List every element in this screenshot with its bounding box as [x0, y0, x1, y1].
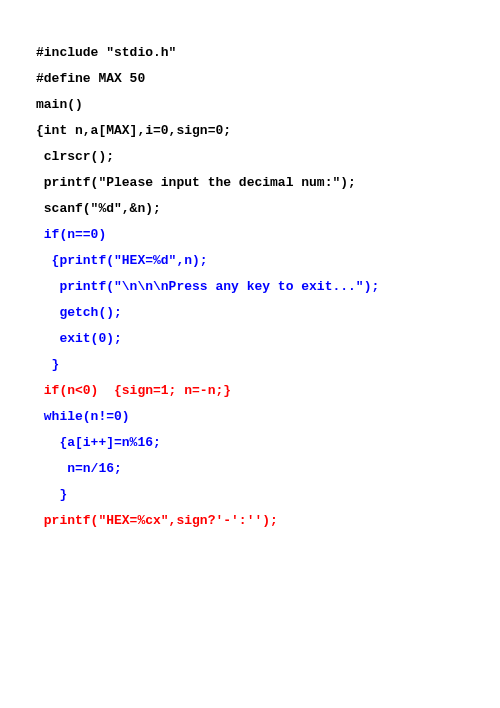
code-line: #define MAX 50: [36, 66, 470, 92]
code-line: #include "stdio.h": [36, 40, 470, 66]
code-line: n=n/16;: [36, 456, 470, 482]
code-line: printf("Please input the decimal num:");: [36, 170, 470, 196]
code-line: {printf("HEX=%d",n);: [36, 248, 470, 274]
code-line: while(n!=0): [36, 404, 470, 430]
code-line: exit(0);: [36, 326, 470, 352]
code-line: {int n,a[MAX],i=0,sign=0;: [36, 118, 470, 144]
code-line: clrscr();: [36, 144, 470, 170]
code-line: getch();: [36, 300, 470, 326]
code-line: {a[i++]=n%16;: [36, 430, 470, 456]
code-line: printf("\n\n\nPress any key to exit...")…: [36, 274, 470, 300]
code-line: if(n==0): [36, 222, 470, 248]
code-line: main(): [36, 92, 470, 118]
code-line: }: [36, 482, 470, 508]
code-page: #include "stdio.h" #define MAX 50 main()…: [0, 0, 500, 564]
code-line: printf("HEX=%cx",sign?'-':'');: [36, 508, 470, 534]
code-line: scanf("%d",&n);: [36, 196, 470, 222]
code-line: }: [36, 352, 470, 378]
code-line: if(n<0) {sign=1; n=-n;}: [36, 378, 470, 404]
